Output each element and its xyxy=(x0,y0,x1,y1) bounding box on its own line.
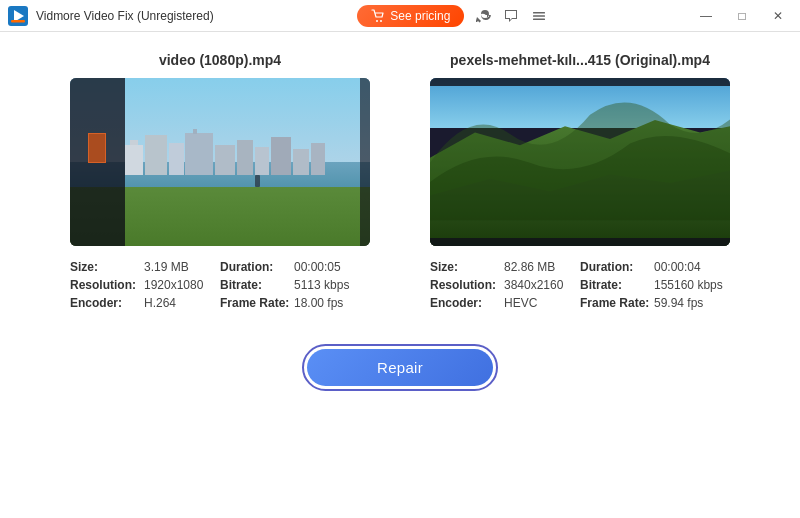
right-resolution-value: 3840x2160 xyxy=(504,278,563,292)
left-bitrate-label: Bitrate: xyxy=(220,278,290,292)
titlebar-center: See pricing xyxy=(357,5,548,27)
right-encoder-label: Encoder: xyxy=(430,296,500,310)
bottom-section: Repair xyxy=(40,344,760,391)
right-size-value: 82.86 MB xyxy=(504,260,555,274)
person-silhouette xyxy=(255,175,260,187)
right-video-info: Size: 82.86 MB Duration: 00:00:04 Resolu… xyxy=(430,260,730,314)
svg-rect-19 xyxy=(311,143,325,175)
right-duration-label: Duration: xyxy=(580,260,650,274)
titlebar-left: Vidmore Video Fix (Unregistered) xyxy=(8,6,214,26)
right-info-row-2: Resolution: 3840x2160 Bitrate: 155160 kb… xyxy=(430,278,730,292)
left-framerate-value: 18.00 fps xyxy=(294,296,343,310)
right-size-label: Size: xyxy=(430,260,500,274)
left-thumb-visual xyxy=(70,78,370,246)
right-duration-col: Duration: 00:00:04 xyxy=(580,260,730,274)
svg-rect-14 xyxy=(215,145,235,175)
right-video-title: pexels-mehmet-kılı...415 (Original).mp4 xyxy=(430,52,730,68)
right-top-bar xyxy=(430,78,730,86)
right-info-row-3: Encoder: HEVC Frame Rate: 59.94 fps xyxy=(430,296,730,310)
left-info-row-1: Size: 3.19 MB Duration: 00:00:05 xyxy=(70,260,370,274)
svg-rect-8 xyxy=(125,145,143,175)
right-bitrate-col: Bitrate: 155160 kbps xyxy=(580,278,730,292)
svg-rect-5 xyxy=(533,12,545,14)
videos-row: video (1080p).mp4 xyxy=(40,52,760,314)
window-controls: — □ ✕ xyxy=(692,6,792,26)
city-silhouette xyxy=(125,125,325,175)
left-framerate-col: Frame Rate: 18.00 fps xyxy=(220,296,370,310)
main-content: video (1080p).mp4 xyxy=(0,32,800,518)
left-info-row-3: Encoder: H.264 Frame Rate: 18.00 fps xyxy=(70,296,370,310)
right-encoder-value: HEVC xyxy=(504,296,537,310)
right-info-row-1: Size: 82.86 MB Duration: 00:00:04 xyxy=(430,260,730,274)
svg-rect-18 xyxy=(293,149,309,175)
maximize-button[interactable]: □ xyxy=(728,6,756,26)
left-duration-value: 00:00:05 xyxy=(294,260,341,274)
right-size-col: Size: 82.86 MB xyxy=(430,260,580,274)
left-duration-label: Duration: xyxy=(220,260,290,274)
svg-rect-13 xyxy=(193,129,197,134)
left-video-thumbnail xyxy=(70,78,370,246)
left-encoder-col: Encoder: H.264 xyxy=(70,296,220,310)
svg-rect-2 xyxy=(11,20,25,23)
orange-artifact xyxy=(88,133,106,163)
right-duration-value: 00:00:04 xyxy=(654,260,701,274)
left-resolution-value: 1920x1080 xyxy=(144,278,203,292)
right-dark-overlay xyxy=(360,78,370,246)
left-bitrate-col: Bitrate: 5113 kbps xyxy=(220,278,370,292)
left-size-col: Size: 3.19 MB xyxy=(70,260,220,274)
app-logo-icon xyxy=(8,6,28,26)
right-encoder-col: Encoder: HEVC xyxy=(430,296,580,310)
svg-point-3 xyxy=(376,20,378,22)
right-bottom-bar xyxy=(430,238,730,246)
see-pricing-button[interactable]: See pricing xyxy=(357,5,464,27)
svg-rect-6 xyxy=(533,15,545,17)
svg-rect-10 xyxy=(145,135,167,175)
svg-rect-12 xyxy=(185,133,213,175)
svg-rect-11 xyxy=(169,143,184,175)
close-button[interactable]: ✕ xyxy=(764,6,792,26)
chat-icon[interactable] xyxy=(502,7,520,25)
svg-rect-17 xyxy=(271,137,291,175)
left-framerate-label: Frame Rate: xyxy=(220,296,290,310)
right-bitrate-value: 155160 kbps xyxy=(654,278,723,292)
key-icon[interactable] xyxy=(474,7,492,25)
left-duration-col: Duration: 00:00:05 xyxy=(220,260,370,274)
left-video-title: video (1080p).mp4 xyxy=(70,52,370,68)
left-bitrate-value: 5113 kbps xyxy=(294,278,349,292)
repair-button-wrapper: Repair xyxy=(302,344,498,391)
left-video-panel: video (1080p).mp4 xyxy=(70,52,370,314)
menu-icon[interactable] xyxy=(530,7,548,25)
right-bitrate-label: Bitrate: xyxy=(580,278,650,292)
titlebar: Vidmore Video Fix (Unregistered) See pri… xyxy=(0,0,800,32)
right-thumb-visual xyxy=(430,78,730,246)
app-title: Vidmore Video Fix (Unregistered) xyxy=(36,9,214,23)
right-framerate-label: Frame Rate: xyxy=(580,296,650,310)
left-resolution-label: Resolution: xyxy=(70,278,140,292)
right-resolution-label: Resolution: xyxy=(430,278,500,292)
right-framerate-col: Frame Rate: 59.94 fps xyxy=(580,296,730,310)
left-info-row-2: Resolution: 1920x1080 Bitrate: 5113 kbps xyxy=(70,278,370,292)
left-encoder-value: H.264 xyxy=(144,296,176,310)
repair-button[interactable]: Repair xyxy=(307,349,493,386)
left-video-info: Size: 3.19 MB Duration: 00:00:05 Resolut… xyxy=(70,260,370,314)
left-resolution-col: Resolution: 1920x1080 xyxy=(70,278,220,292)
cart-icon xyxy=(371,9,385,23)
right-video-thumbnail xyxy=(430,78,730,246)
right-framerate-value: 59.94 fps xyxy=(654,296,703,310)
svg-point-4 xyxy=(380,20,382,22)
svg-rect-16 xyxy=(255,147,269,175)
svg-rect-9 xyxy=(130,140,138,145)
mountain-detail xyxy=(430,86,730,220)
left-encoder-label: Encoder: xyxy=(70,296,140,310)
right-video-panel: pexels-mehmet-kılı...415 (Original).mp4 xyxy=(430,52,730,314)
minimize-button[interactable]: — xyxy=(692,6,720,26)
left-size-value: 3.19 MB xyxy=(144,260,189,274)
svg-rect-15 xyxy=(237,140,253,175)
svg-rect-7 xyxy=(533,18,545,20)
right-resolution-col: Resolution: 3840x2160 xyxy=(430,278,580,292)
left-size-label: Size: xyxy=(70,260,140,274)
